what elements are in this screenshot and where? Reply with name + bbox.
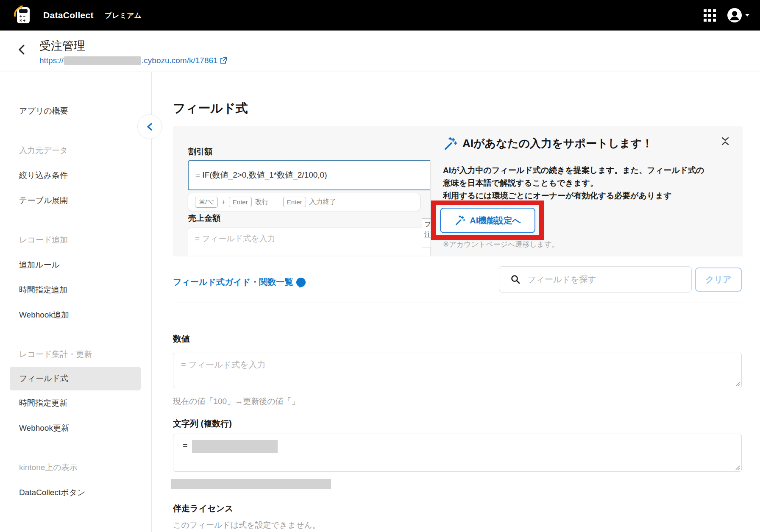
apps-grid-icon[interactable]: [704, 9, 716, 22]
preview-field-label-discount: 割引額: [188, 146, 212, 157]
sidebar-item-6[interactable]: 時間指定追加: [0, 277, 151, 302]
red-annotation-rectangle: [431, 201, 544, 240]
external-link-icon: [220, 57, 227, 64]
chevron-down-icon: [745, 14, 750, 17]
url-prefix: https://: [39, 56, 64, 65]
top-app-bar: + − × ÷ DataCollect プレミアム: [0, 0, 760, 31]
sidebar-item-10[interactable]: 時間指定更新: [0, 390, 151, 415]
promo-collapse-icon[interactable]: [721, 136, 730, 146]
app-name: DataCollect: [43, 10, 94, 20]
hint-newline-label: 改行: [255, 198, 269, 206]
license-note-text: このフィールドは式を設定できません。: [173, 520, 320, 531]
avatar-icon: [727, 8, 742, 23]
redacted-formula-value: [192, 440, 278, 453]
sidebar-item-11[interactable]: Webhook更新: [0, 415, 151, 440]
field-label-numeric: 数値: [173, 333, 190, 345]
ai-desc-line2: 意味を日本語で解説することもできます。: [443, 178, 598, 189]
hint-finish-label: 入力終了: [309, 198, 337, 206]
clear-button-label: クリア: [705, 274, 731, 285]
ai-note-text: ※アカウントページへ遷移します。: [443, 240, 559, 249]
svg-text:× ÷: × ÷: [19, 18, 26, 23]
preview-empty-formula-input: = フィールド式を入力: [188, 228, 430, 256]
numeric-formula-textarea[interactable]: = フィールド式を入力: [173, 353, 742, 388]
search-placeholder: フィールドを探す: [527, 274, 596, 285]
formula-guide-link-label: フィールド式ガイド・関数一覧: [173, 276, 293, 288]
preview-field-label-sales: 売上金額: [188, 213, 220, 224]
field-search-input[interactable]: フィールドを探す: [499, 266, 692, 292]
magic-wand-icon: [443, 136, 457, 151]
resize-grip-icon[interactable]: [734, 464, 740, 470]
preview-formula-input: = IF(数値_2>0,数値_1*数値_2/100,0): [188, 160, 430, 190]
formula-guide-link[interactable]: フィールド式ガイド・関数一覧 ❯: [173, 276, 306, 288]
kintone-app-url[interactable]: https:// .cybozu.com/k/17861: [39, 56, 227, 65]
sidebar-item-2[interactable]: 絞り込み条件: [0, 163, 151, 188]
clear-button[interactable]: クリア: [695, 267, 742, 292]
sidebar-item-9[interactable]: フィールド式: [10, 367, 141, 390]
preview-clipped-popup: フ注: [422, 218, 431, 248]
ai-promo-heading: AIがあなたの入力をサポートします！: [462, 136, 653, 151]
arrow-right-icon: ❯: [296, 278, 306, 287]
ai-promo-panel: 割引額 = IF(数値_2>0,数値_1*数値_2/100,0) ⌘/⌥ + E…: [173, 126, 743, 256]
ai-requirement-text: 利用するには環境ごとにオーナーが有効化する必要があります: [443, 190, 672, 201]
user-menu[interactable]: [727, 8, 750, 23]
sidebar-section-12: kintone上の表示: [0, 455, 151, 480]
sidebar-item-7[interactable]: Webhook追加: [0, 302, 151, 327]
sidebar-item-3[interactable]: テーブル展開: [0, 188, 151, 213]
keycap-cmd-opt: ⌘/⌥: [195, 197, 218, 208]
search-icon: [510, 274, 521, 284]
plan-badge: プレミアム: [105, 11, 142, 20]
url-redacted-segment: [64, 56, 141, 65]
preview-keyboard-hint-bar: ⌘/⌥ + Enter 改行 Enter 入力終了: [188, 193, 420, 211]
datacollect-logo-icon[interactable]: + − × ÷: [13, 6, 31, 25]
back-button[interactable]: [17, 44, 28, 57]
settings-sidebar: アプリの概要入力元データ絞り込み条件テーブル展開レコード追加追加ルール時間指定追…: [0, 72, 152, 532]
preview-formula-text: = IF(数値_2>0,数値_1*数値_2/100,0): [195, 170, 327, 181]
multiline-formula-textarea[interactable]: =: [173, 434, 742, 472]
breadcrumb-bar: [0, 31, 760, 72]
sidebar-section-8: レコード集計・更新: [0, 342, 151, 367]
redacted-helper-text: [171, 479, 331, 489]
sidebar-item-0[interactable]: アプリの概要: [0, 98, 151, 123]
sidebar-section-1: 入力元データ: [0, 138, 151, 163]
sidebar-collapse-button[interactable]: [137, 114, 162, 139]
sidebar-item-5[interactable]: 追加ルール: [0, 252, 151, 277]
sidebar-item-13[interactable]: DataCollectボタン: [0, 480, 151, 505]
keycap-enter-2: Enter: [283, 197, 306, 207]
ai-desc-line1: AIが入力中のフィールド式の続きを提案します。また、フィールド式の: [443, 165, 704, 176]
field-label-license: 伴走ライセンス: [173, 503, 233, 514]
sidebar-section-4: レコード追加: [0, 227, 151, 252]
numeric-placeholder: = フィールド式を入力: [181, 359, 266, 370]
keycap-enter: Enter: [229, 197, 252, 207]
multiline-value-prefix: =: [183, 441, 188, 451]
numeric-helper-text: 現在の値「100」→更新後の値「」: [173, 396, 300, 407]
field-label-multiline: 文字列 (複数行): [173, 418, 232, 429]
page-breadcrumb-title: 受注管理: [39, 38, 85, 53]
resize-grip-icon[interactable]: [734, 381, 740, 387]
page-title: フィールド式: [173, 100, 248, 117]
url-suffix: .cybozu.com/k/17861: [142, 56, 218, 65]
keycap-plus-sign: +: [221, 198, 225, 206]
preview-input-placeholder: = フィールド式を入力: [195, 233, 276, 244]
section-divider: [173, 303, 743, 303]
